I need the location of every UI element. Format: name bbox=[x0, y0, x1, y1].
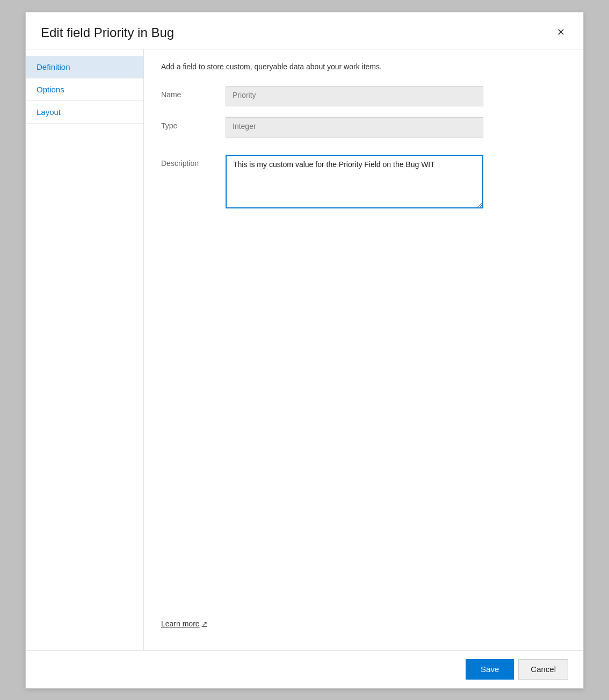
dialog-footer: Save Cancel bbox=[26, 650, 583, 688]
edit-field-dialog: Edit field Priority in Bug ✕ Definition … bbox=[25, 12, 584, 689]
dialog-body: Definition Options Layout Add a field to… bbox=[26, 49, 583, 650]
sidebar-item-definition[interactable]: Definition bbox=[26, 56, 143, 78]
close-button[interactable]: ✕ bbox=[554, 25, 568, 39]
name-input: Priority bbox=[226, 86, 483, 106]
description-textarea[interactable]: This is my custom value for the Priority… bbox=[226, 155, 483, 208]
name-field: Priority bbox=[226, 86, 566, 106]
name-row: Name Priority bbox=[161, 86, 566, 106]
sidebar-item-options[interactable]: Options bbox=[26, 78, 143, 101]
type-label: Type bbox=[161, 117, 226, 130]
dialog-title: Edit field Priority in Bug bbox=[41, 25, 174, 40]
description-row: Description This is my custom value for … bbox=[161, 155, 566, 211]
content-area: Add a field to store custom, queryable d… bbox=[144, 49, 583, 650]
description-field: This is my custom value for the Priority… bbox=[226, 155, 566, 211]
type-field: Integer bbox=[226, 117, 566, 138]
content-description: Add a field to store custom, queryable d… bbox=[161, 62, 566, 71]
type-input: Integer bbox=[226, 117, 483, 138]
description-label: Description bbox=[161, 155, 226, 168]
name-label: Name bbox=[161, 86, 226, 99]
learn-more-link[interactable]: Learn more ↗ bbox=[161, 619, 207, 628]
cancel-button[interactable]: Cancel bbox=[518, 659, 568, 680]
sidebar-item-layout[interactable]: Layout bbox=[26, 101, 143, 124]
learn-more-section: Learn more ↗ bbox=[161, 610, 566, 637]
external-link-icon: ↗ bbox=[202, 620, 207, 627]
save-button[interactable]: Save bbox=[466, 659, 514, 680]
dialog-header: Edit field Priority in Bug ✕ bbox=[26, 12, 583, 49]
type-row: Type Integer bbox=[161, 117, 566, 138]
sidebar: Definition Options Layout bbox=[26, 49, 144, 650]
